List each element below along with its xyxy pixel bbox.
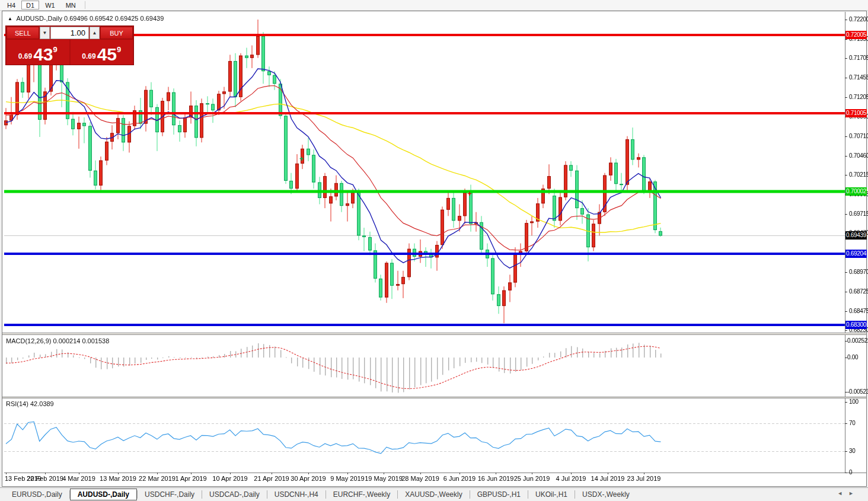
rsi-indicator-label: RSI(14) 42.0389 — [6, 400, 54, 407]
triangle-up-icon: ▲ — [8, 16, 12, 21]
tab-usdchf-daily[interactable]: USDCHF-,Daily — [138, 489, 202, 500]
tab-eurusd-daily[interactable]: EURUSD-,Daily — [5, 489, 69, 500]
tab-eurchf-weekly[interactable]: EURCHF-,Weekly — [326, 489, 397, 500]
tab-usdcad-daily[interactable]: USDCAD-,Daily — [202, 489, 267, 500]
macd-pane-canvas[interactable] — [4, 335, 845, 397]
chart-tab-bar: EURUSD-,DailyAUDUSD-,DailyUSDCHF-,DailyU… — [0, 487, 868, 501]
tab-usdcnh-h4[interactable]: USDCNH-,H4 — [267, 489, 326, 500]
date-axis-border — [4, 473, 867, 473]
buy-price-pips: 45 — [97, 47, 117, 62]
volume-input[interactable] — [50, 27, 89, 39]
chart-ohlc-values: 0.69496 0.69542 0.69425 0.69439 — [64, 15, 164, 22]
rsi-name: RSI(14) — [6, 400, 28, 407]
timeframe-button-mn[interactable]: MN — [61, 1, 81, 9]
pane-divider[interactable] — [2, 333, 866, 335]
macd-indicator-label: MACD(12,26,9) 0.000214 0.001538 — [6, 337, 109, 344]
timeframe-button-d1[interactable]: D1 — [21, 1, 39, 9]
buy-price-major: 0.69 — [82, 52, 95, 60]
timeframe-toolbar: H4D1W1MN — [0, 0, 868, 11]
trading-terminal: H4D1W1MN ▲ AUDUSD-,Daily 0.69496 0.69542… — [0, 0, 868, 501]
tab-scroll-buttons: ◄► — [837, 490, 860, 496]
tab-ukoil-h1[interactable]: UKOil-,H1 — [528, 489, 575, 500]
tab-scroll-left-icon[interactable]: ◄ — [837, 490, 848, 496]
volume-decrease-button[interactable]: ▼ — [40, 27, 50, 39]
toolbar-separator — [85, 1, 85, 9]
tab-usdx-weekly[interactable]: USDX-,Weekly — [575, 489, 637, 500]
macd-values: 0.000214 0.001538 — [53, 337, 109, 344]
buy-button[interactable]: BUY — [100, 27, 133, 39]
tab-scroll-right-icon[interactable]: ► — [848, 490, 860, 496]
timeframe-button-w1[interactable]: W1 — [40, 1, 60, 9]
volume-increase-button[interactable]: ▲ — [90, 27, 100, 39]
chevron-up-icon: ▲ — [92, 30, 97, 36]
rsi-pane-canvas[interactable] — [4, 398, 845, 473]
rsi-value: 42.0389 — [30, 400, 54, 407]
buy-price-point: 9 — [117, 45, 121, 54]
sell-price-pips: 43 — [33, 47, 53, 62]
tab-xauusd-weekly[interactable]: XAUUSD-,Weekly — [398, 489, 469, 500]
one-click-trading-panel: SELL ▼ ▲ BUY 0.69439 0.69459 — [5, 25, 134, 65]
chart-symbol-label: AUDUSD-,Daily — [16, 15, 62, 22]
sell-button[interactable]: SELL — [7, 27, 39, 39]
sell-price-point: 9 — [53, 45, 58, 54]
timeframe-button-h4[interactable]: H4 — [2, 1, 20, 9]
buy-price-quote[interactable]: 0.69459 — [71, 40, 133, 65]
chevron-down-icon: ▼ — [43, 30, 47, 36]
pane-divider[interactable] — [2, 397, 866, 398]
macd-name: MACD(12,26,9) — [6, 337, 51, 344]
tab-gbpusd-h1[interactable]: GBPUSD-,H1 — [470, 489, 528, 500]
tab-audusd-daily[interactable]: AUDUSD-,Daily — [70, 489, 137, 500]
sell-price-quote[interactable]: 0.69439 — [7, 40, 69, 65]
price-axis-border — [845, 12, 845, 473]
chart-title: ▲ AUDUSD-,Daily 0.69496 0.69542 0.69425 … — [8, 15, 164, 22]
sell-price-major: 0.69 — [18, 52, 32, 60]
